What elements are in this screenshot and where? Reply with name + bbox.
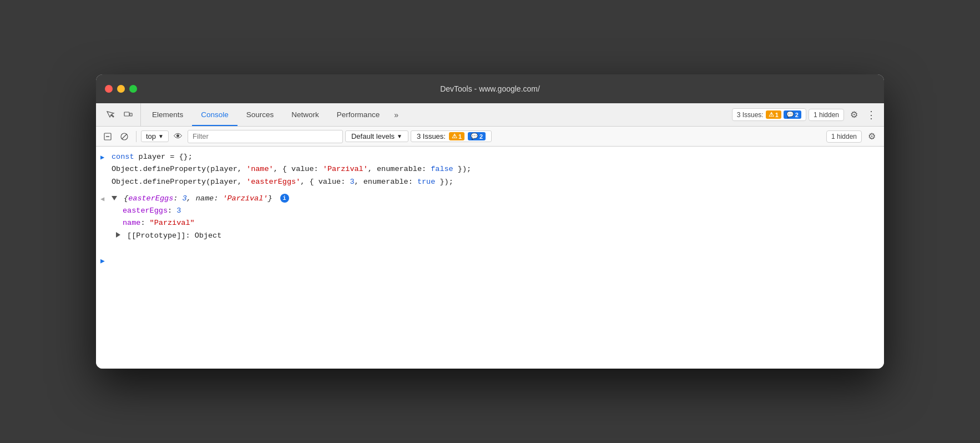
svg-rect-1 <box>130 113 132 116</box>
maximize-button[interactable] <box>129 85 137 93</box>
tab-sources[interactable]: Sources <box>238 103 283 126</box>
more-options-icon[interactable]: ⋮ <box>864 107 877 123</box>
console-input-line: ▶ const player = {}; <box>96 151 884 163</box>
console-output: ▶ const player = {}; Object.defineProper… <box>96 147 884 369</box>
tab-network[interactable]: Network <box>282 103 328 126</box>
devtools-window: DevTools - www.google.com/ Elements Cons… <box>96 74 884 369</box>
info-icon[interactable]: i <box>280 194 289 203</box>
clear-console-icon[interactable] <box>100 129 115 144</box>
spacer-2 <box>96 242 884 255</box>
console-toolbar: top ▼ 👁 Default levels ▼ 3 Issues: ⚠ 1 💬… <box>96 127 884 147</box>
console-object-summary: {easterEggs: 3, name: 'Parzival'} i <box>112 193 880 204</box>
console-output-line: ◀ {easterEggs: 3, name: 'Parzival'} i <box>96 193 884 205</box>
console-issues-button[interactable]: 3 Issues: ⚠ 1 💬 2 <box>411 130 492 142</box>
console-code-line-2-wrap: Object.defineProperty(player, 'name', { … <box>96 163 884 175</box>
log-levels-button[interactable]: Default levels ▼ <box>345 130 408 142</box>
minimize-button[interactable] <box>117 85 125 93</box>
spacer-arrow-3 <box>100 177 112 178</box>
tab-bar: Elements Console Sources Network Perform… <box>96 103 884 127</box>
issues-badge[interactable]: 3 Issues: ⚠ 1 💬 2 <box>732 108 806 121</box>
console-settings-icon[interactable]: ⚙ <box>864 129 880 144</box>
console-code-line-3-wrap: Object.defineProperty(player, 'easterEgg… <box>96 176 884 188</box>
console-empty-prompt[interactable]: ▶ <box>96 255 884 268</box>
hidden-count[interactable]: 1 hidden <box>809 109 844 121</box>
ban-icon[interactable] <box>117 129 132 144</box>
obj-prop-name: name: "Parzival" <box>96 217 884 229</box>
settings-icon[interactable]: ⚙ <box>846 107 862 123</box>
filter-input[interactable] <box>188 130 343 143</box>
console-hidden-count[interactable]: 1 hidden <box>826 130 862 143</box>
svg-rect-0 <box>124 112 129 116</box>
tab-performance[interactable]: Performance <box>328 103 388 126</box>
title-bar: DevTools - www.google.com/ <box>96 74 884 103</box>
console-code-line-2: Object.defineProperty(player, 'name', { … <box>112 164 880 175</box>
device-icon[interactable] <box>120 107 136 123</box>
obj-prop-easter-eggs: easterEggs: 3 <box>96 205 884 217</box>
context-selector[interactable]: top ▼ <box>141 130 169 142</box>
info-badge: 💬 2 <box>784 110 801 119</box>
window-title: DevTools - www.google.com/ <box>440 84 540 93</box>
devtools-icons <box>98 103 141 126</box>
proto-expand-icon[interactable] <box>116 232 120 238</box>
tab-bar-right: 3 Issues: ⚠ 1 💬 2 1 hidden ⚙ ⋮ <box>732 107 882 123</box>
console-info-badge: 💬 2 <box>468 132 486 140</box>
obj-proto: [[Prototype]]: Object <box>96 230 884 242</box>
tab-elements[interactable]: Elements <box>143 103 192 126</box>
close-button[interactable] <box>105 85 113 93</box>
input-arrow-1[interactable]: ▶ <box>100 152 112 163</box>
eye-icon[interactable]: 👁 <box>171 129 185 144</box>
more-tabs-button[interactable]: » <box>388 107 404 123</box>
spacer-line <box>96 188 884 193</box>
toolbar-divider-1 <box>136 131 137 142</box>
prompt-arrow: ▶ <box>100 256 105 267</box>
warn-badge: ⚠ 1 <box>766 110 781 119</box>
tab-console[interactable]: Console <box>192 103 238 126</box>
spacer-arrow-2 <box>100 164 112 165</box>
console-code-line-3: Object.defineProperty(player, 'easterEgg… <box>112 177 880 188</box>
inspect-icon[interactable] <box>103 107 118 123</box>
traffic-lights <box>105 85 137 93</box>
console-code-line-1: const player = {}; <box>112 152 880 163</box>
output-arrow: ◀ <box>100 193 112 204</box>
console-warn-badge: ⚠ 1 <box>449 132 464 140</box>
